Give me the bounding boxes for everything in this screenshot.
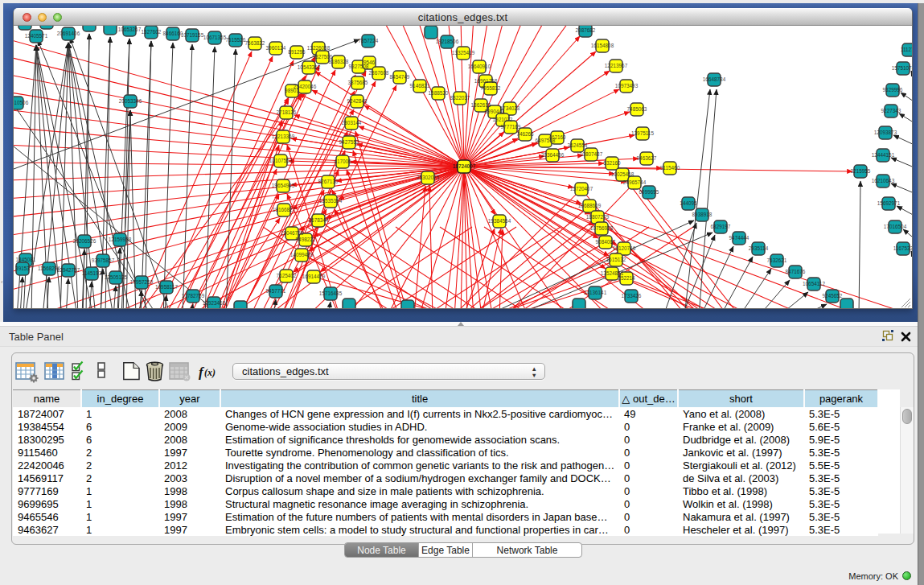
svg-text:9329996: 9329996 [883,87,903,93]
svg-text:3960124: 3960124 [266,45,286,51]
svg-text:10958117: 10958117 [155,284,178,290]
svg-text:10782759: 10782759 [182,293,205,299]
svg-text:9146821: 9146821 [410,83,430,89]
svg-text:3624554: 3624554 [568,142,588,148]
svg-text:24965744: 24965744 [623,179,647,185]
svg-text:17016504: 17016504 [884,224,907,229]
svg-text:14099489: 14099489 [290,252,314,257]
svg-text:7632621: 7632621 [767,257,787,263]
svg-text:12159938: 12159938 [109,237,132,242]
svg-text:8938918: 8938918 [692,212,713,217]
svg-text:13226058: 13226058 [307,45,331,51]
svg-text:9498222: 9498222 [296,237,316,242]
svg-text:6099695: 6099695 [639,189,659,195]
svg-text:9115460: 9115460 [660,165,680,171]
svg-text:19654945: 19654945 [272,183,295,188]
svg-text:10543362: 10543362 [298,64,321,70]
svg-text:20053346: 20053346 [119,98,142,104]
svg-text:12505135: 12505135 [105,274,128,280]
svg-text:10653267: 10653267 [118,27,142,32]
svg-text:9457771: 9457771 [266,288,286,294]
svg-text:19046785: 19046785 [281,230,304,236]
svg-text:16154808: 16154808 [591,43,614,48]
svg-text:1615132: 1615132 [606,257,626,262]
svg-text:7485063: 7485063 [627,106,647,112]
svg-text:10654112: 10654112 [803,281,825,286]
svg-text:17957259: 17957259 [130,279,154,285]
svg-text:20364436: 20364436 [541,152,565,158]
svg-text:12213369: 12213369 [272,134,295,139]
svg-text:632160: 632160 [603,160,621,166]
svg-text:14136141: 14136141 [584,290,607,295]
svg-text:10107553: 10107553 [269,158,293,163]
svg-text:10719155: 10719155 [181,32,204,38]
svg-text:16648784: 16648784 [703,76,726,82]
svg-text:15720407: 15720407 [570,186,593,192]
svg-text:13325419: 13325419 [452,50,475,56]
svg-text:9777169: 9777169 [501,124,521,130]
svg-text:462160: 462160 [548,134,566,140]
svg-text:12942757: 12942757 [57,267,80,273]
svg-text:746266: 746266 [516,131,534,137]
svg-text:93975857: 93975857 [92,257,115,263]
svg-text:16120746: 16120746 [613,245,636,251]
svg-text:12093873: 12093873 [874,130,897,135]
svg-text:2087682: 2087682 [576,27,596,33]
svg-text:10025458: 10025458 [611,171,634,177]
svg-text:891295: 891295 [288,49,306,55]
svg-text:8471676: 8471676 [786,269,806,274]
svg-text:10756928: 10756928 [590,225,614,231]
svg-text:8454749: 8454749 [390,74,410,80]
svg-text:10973493: 10973493 [615,83,639,89]
svg-text:12405571: 12405571 [25,33,48,39]
svg-text:7515526: 7515526 [226,37,246,43]
svg-text:18724007: 18724007 [453,163,476,169]
svg-text:20610506: 20610506 [14,100,29,105]
svg-text:252214: 252214 [618,275,635,281]
svg-text:1145193: 1145193 [82,270,102,276]
svg-text:7625402: 7625402 [277,273,297,278]
svg-text:7955812: 7955812 [481,85,501,91]
svg-text:9427552: 9427552 [339,139,359,145]
svg-text:16210643: 16210643 [872,178,895,183]
svg-text:1845081: 1845081 [16,257,36,262]
svg-text:144095: 144095 [680,200,697,206]
svg-text:3875685: 3875685 [348,80,368,85]
svg-text:6734028: 6734028 [500,105,520,111]
svg-text:(x): (x) [204,367,216,378]
svg-text:9474444: 9474444 [729,235,749,241]
svg-text:10688609: 10688609 [578,203,602,208]
svg-text:3215955: 3215955 [851,168,871,174]
svg-text:18807279: 18807279 [586,214,610,220]
svg-text:9463627: 9463627 [637,155,657,161]
svg-text:1588520: 1588520 [429,90,449,96]
svg-text:15751074: 15751074 [892,65,912,71]
svg-text:20691406: 20691406 [57,31,80,36]
svg-text:1733426: 1733426 [622,293,642,299]
svg-text:13975115: 13975115 [631,130,654,136]
svg-text:7857224: 7857224 [359,38,379,43]
svg-text:1362615: 1362615 [471,102,491,108]
svg-text:2935114: 2935114 [749,245,769,251]
svg-text:10671355: 10671355 [203,35,227,40]
svg-text:1921072: 1921072 [493,117,513,122]
svg-text:6829197: 6829197 [711,224,731,229]
svg-text:25302075: 25302075 [417,175,440,180]
svg-text:19384554: 19384554 [488,218,511,224]
svg-text:19218506: 19218506 [436,39,459,44]
svg-text:16961758: 16961758 [474,78,498,84]
svg-text:7563822: 7563822 [245,40,265,46]
svg-text:12923468: 12923468 [203,300,226,306]
svg-text:9245652: 9245652 [823,293,843,299]
svg-text:39153: 39153 [15,266,30,271]
svg-text:16914479: 16914479 [302,274,326,279]
svg-text:9242848: 9242848 [347,98,368,104]
svg-text:15692971: 15692971 [877,200,901,206]
svg-text:2803144: 2803144 [342,120,362,126]
svg-text:1527602: 1527602 [142,29,162,35]
svg-text:1167533: 1167533 [893,245,912,251]
svg-text:2718126: 2718126 [277,109,297,115]
svg-text:20206526: 20206526 [73,238,97,244]
svg-text:8322037: 8322037 [450,95,470,101]
svg-text:16640910: 16640910 [468,64,491,69]
